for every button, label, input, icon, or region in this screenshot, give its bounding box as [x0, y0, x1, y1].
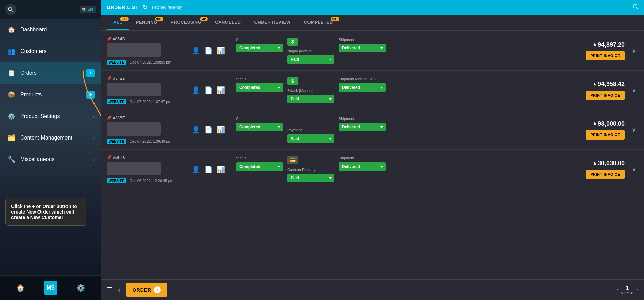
status-select[interactable]: Completed — [236, 123, 283, 131]
chart-icon[interactable]: 📊 — [217, 86, 225, 94]
tab-pending[interactable]: PENDING 99+ — [129, 15, 164, 30]
shipment-select[interactable]: Delivered — [339, 123, 386, 131]
customer-icon[interactable]: 👤 — [192, 86, 200, 94]
document-icon[interactable]: 📄 — [204, 47, 213, 55]
payment-provider-label: BKash [Manual] — [287, 89, 334, 93]
tab-badge-all: 99+ — [120, 17, 129, 21]
search-icon[interactable] — [5, 4, 16, 15]
customer-icon[interactable]: 👤 — [192, 126, 200, 134]
order-info: 📌 #386E WEBSITE Dec 07 2022, 1:06:49 pm — [107, 116, 181, 144]
order-total: ৳ 94,958.42 PRINT INVOICE — [571, 81, 625, 100]
print-invoice-button[interactable]: PRINT INVOICE — [586, 91, 625, 100]
sidebar-item-products[interactable]: 📦 Products + — [0, 84, 101, 105]
chevron-right-icon: › — [93, 157, 95, 162]
pagination: ‹ 1 out of 15 › — [616, 285, 639, 295]
status-select[interactable]: Completed — [236, 162, 283, 171]
fetched-status: Fetched recently — [152, 5, 182, 10]
order-thumbnail — [107, 43, 161, 57]
status-select[interactable]: Completed — [236, 83, 283, 92]
products-add-button[interactable]: + — [86, 91, 95, 99]
shipment-label: Shipment — [339, 156, 386, 160]
order-actions: 👤 📄 📊 — [192, 165, 225, 173]
tab-under-review[interactable]: UNDER REVIEW — [247, 15, 297, 30]
pin-icon: 📌 — [107, 76, 112, 81]
chart-icon[interactable]: 📊 — [217, 47, 225, 55]
order-date: Dec 07 2022, 1:08:05 pm — [130, 60, 171, 64]
prev-page-button[interactable]: ‹ — [616, 287, 618, 293]
tab-all[interactable]: ALL 99+ — [107, 15, 129, 30]
payment-select[interactable]: Paid — [287, 95, 334, 103]
sidebar-item-miscellaneous[interactable]: 🔧 Miscellaneous › — [0, 149, 101, 170]
next-page-button[interactable]: › — [637, 287, 639, 293]
order-source-badge: WEBSITE — [107, 60, 126, 65]
sidebar-item-customers[interactable]: 👥 Customers — [0, 41, 101, 62]
tab-canceled[interactable]: CANCELED — [208, 15, 247, 30]
table-row: 📌 #054D WEBSITE Dec 07 2022, 1:08:05 pm … — [101, 31, 644, 71]
page-out-of: out of 15 — [621, 291, 634, 295]
lang-switcher[interactable]: বাং EN — [80, 6, 96, 13]
order-id: 📌 #3F22 — [107, 76, 181, 81]
payment-select[interactable]: Paid — [287, 55, 334, 64]
hamburger-button[interactable]: ☰ — [107, 286, 113, 294]
customer-icon[interactable]: 👤 — [192, 47, 200, 55]
payment-field: $ Nagad [Manual] Paid — [287, 38, 334, 64]
document-icon[interactable]: 📄 — [204, 86, 213, 94]
order-source-badge: WEBSITE — [107, 139, 126, 144]
print-invoice-button[interactable]: PRINT INVOICE — [586, 51, 625, 60]
order-actions: 👤 📄 📊 — [192, 86, 225, 94]
chart-icon[interactable]: 📊 — [217, 126, 225, 134]
tab-label: PENDING — [136, 20, 157, 25]
print-invoice-button[interactable]: PRINT INVOICE — [586, 130, 625, 140]
tab-completed[interactable]: COMPLETED 99+ — [297, 15, 340, 30]
shipment-select[interactable]: Delivered — [339, 83, 386, 92]
customer-icon[interactable]: 👤 — [192, 165, 200, 173]
expand-button[interactable]: ∨ — [629, 86, 639, 94]
tab-label: COMPLETED — [304, 20, 333, 25]
create-order-button[interactable]: ORDER + — [126, 283, 168, 297]
document-icon[interactable]: 📄 — [204, 165, 213, 173]
home-bottom-icon[interactable]: 🏠 — [14, 281, 27, 295]
document-icon[interactable]: 📄 — [204, 126, 213, 134]
expand-button[interactable]: ∨ — [629, 166, 639, 173]
home-icon: 🏠 — [7, 25, 16, 34]
status-label: Status — [236, 77, 283, 81]
status-label: Status — [236, 38, 283, 42]
order-button-label: ORDER — [133, 287, 152, 293]
order-date: Dec 07 2022, 1:06:49 pm — [130, 139, 171, 143]
settings-bottom-icon[interactable]: ⚙️ — [74, 281, 87, 295]
orders-add-button[interactable]: + — [86, 69, 95, 77]
order-actions: 👤 📄 📊 — [192, 47, 225, 55]
status-field: Status Completed — [236, 77, 283, 103]
sidebar-item-dashboard[interactable]: 🏠 Dashboard — [0, 19, 101, 41]
sidebar-item-product-settings[interactable]: ⚙️ Product Settings › — [0, 105, 101, 127]
search-icon-top[interactable] — [633, 4, 639, 11]
order-id: 📌 #BFF0 — [107, 155, 181, 160]
back-button[interactable]: ‹ — [118, 286, 120, 294]
sidebar-item-content-management[interactable]: 🗂️ Content Management › — [0, 127, 101, 149]
order-fields: Status Completed Payment Paid Shipment D… — [236, 117, 567, 143]
status-select[interactable]: Completed — [236, 44, 283, 52]
products-icon: 📦 — [7, 90, 16, 99]
payment-select[interactable]: Paid — [287, 134, 334, 143]
sidebar-item-orders[interactable]: 📋 Orders + — [0, 62, 101, 84]
customers-icon: 👥 — [7, 47, 16, 56]
order-info: 📌 #3F22 WEBSITE Dec 07 2022, 1:07:47 pm — [107, 76, 181, 104]
tab-processing[interactable]: PROCESSING 42 — [164, 15, 209, 30]
expand-button[interactable]: ∨ — [629, 47, 639, 54]
shipment-select[interactable]: Delivered — [339, 44, 386, 52]
print-invoice-button[interactable]: PRINT INVOICE — [586, 170, 625, 179]
shipment-select[interactable]: Delivered — [339, 162, 386, 171]
pin-icon: 📌 — [107, 155, 112, 160]
chevron-right-icon: › — [93, 114, 95, 119]
refresh-icon[interactable]: ↻ — [143, 4, 148, 11]
table-row: 📌 #386E WEBSITE Dec 07 2022, 1:06:49 pm … — [101, 110, 644, 150]
tab-label: CANCELED — [215, 20, 241, 25]
order-date: Dec 07 2022, 1:07:47 pm — [130, 100, 171, 104]
payment-select[interactable]: Paid — [287, 174, 334, 182]
expand-button[interactable]: ∨ — [629, 126, 639, 133]
tab-label: UNDER REVIEW — [254, 20, 290, 25]
ms-logo-icon[interactable]: MS — [44, 281, 57, 295]
chart-icon[interactable]: 📊 — [217, 165, 225, 173]
payment-field: 💳 Cash on Delivery Paid — [287, 156, 334, 182]
plus-icon: + — [154, 286, 161, 293]
